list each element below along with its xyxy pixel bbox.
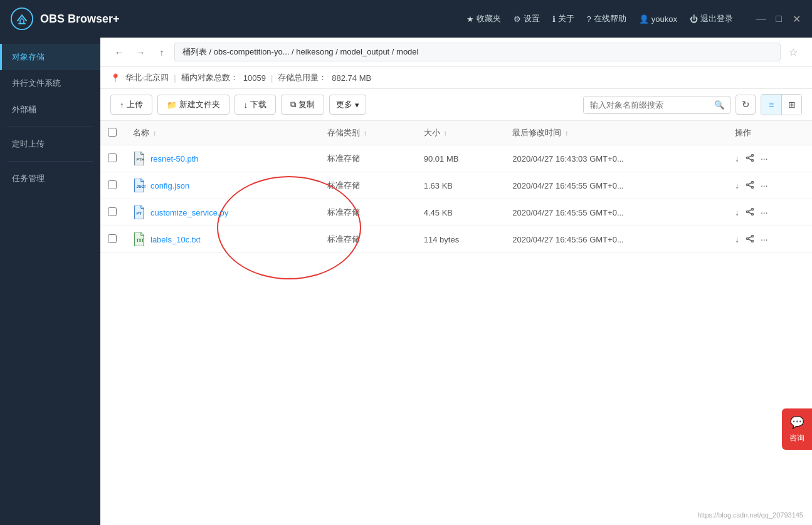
file-name-link-3[interactable]: TXT labels_10c.txt (133, 232, 312, 246)
svg-text:PY: PY (136, 211, 142, 216)
svg-point-14 (751, 208, 753, 210)
consult-icon: 💬 (786, 415, 808, 430)
forward-button[interactable]: → (132, 43, 149, 61)
upload-button[interactable]: ↑ 上传 (110, 95, 152, 115)
maximize-button[interactable]: □ (773, 13, 784, 24)
row-actions-2: ↓ ··· (727, 199, 812, 226)
svg-line-17 (748, 209, 751, 211)
share-op-icon-0[interactable] (746, 153, 754, 164)
storage-type-header[interactable]: 存储类别 ↕ (320, 121, 416, 145)
app-logo (10, 7, 34, 31)
storage-label: 存储总用量： (278, 72, 327, 83)
file-name-link-1[interactable]: JSON config.json (133, 179, 312, 192)
row-checkbox-cell (100, 226, 125, 253)
grid-view-button[interactable]: ⊞ (781, 95, 801, 115)
user-icon: 👤 (639, 14, 649, 24)
size-header[interactable]: 大小 ↕ (416, 121, 505, 145)
sidebar-item-task-management[interactable]: 任务管理 (0, 165, 100, 192)
search-bar: 🔍 (583, 96, 730, 114)
nav-favorites[interactable]: ★ 收藏夹 (467, 13, 501, 24)
info-icon: ℹ (552, 14, 556, 24)
modified-header[interactable]: 最后修改时间 ↕ (505, 121, 727, 145)
back-button[interactable]: ← (110, 43, 128, 61)
objects-label: 桶内对象总数： (181, 72, 238, 83)
row-modified-3: 2020/04/27 16:45:56 GMT+0... (505, 226, 727, 253)
svg-line-23 (748, 236, 751, 237)
row-name-2: PY customize_service.py (125, 199, 320, 226)
svg-point-3 (751, 159, 753, 161)
file-name-link-2[interactable]: PY customize_service.py (133, 205, 312, 219)
download-button[interactable]: ↓ 下载 (235, 95, 277, 115)
sidebar-item-external-bucket[interactable]: 外部桶 (0, 96, 100, 123)
row-checkbox-1[interactable] (108, 180, 117, 189)
modified-sort-icon: ↕ (565, 129, 569, 137)
name-sort-icon: ↕ (153, 129, 157, 137)
row-checkbox-0[interactable] (108, 153, 117, 162)
nav-about[interactable]: ℹ 关于 (552, 13, 574, 24)
select-all-checkbox[interactable] (108, 128, 117, 137)
sidebar-item-object-storage[interactable]: 对象存储 (0, 44, 100, 70)
more-op-icon-3[interactable]: ··· (761, 234, 768, 244)
copy-button[interactable]: ⧉ 复制 (281, 95, 324, 115)
svg-line-24 (748, 239, 751, 240)
row-checkbox-cell (100, 145, 125, 172)
file-icon-3: TXT (133, 232, 145, 246)
svg-line-11 (748, 182, 751, 184)
svg-point-8 (751, 181, 753, 183)
more-op-icon-1[interactable]: ··· (761, 180, 768, 190)
row-checkbox-2[interactable] (108, 207, 117, 216)
table-row: PTH resnet-50.pth 标准存储 90.01 MB 2020/04/… (100, 145, 812, 172)
nav-user[interactable]: 👤 youkox (639, 14, 677, 24)
download-op-icon-2[interactable]: ↓ (735, 207, 739, 217)
share-op-icon-3[interactable] (746, 234, 754, 245)
more-op-icon-2[interactable]: ··· (761, 207, 768, 217)
nav-settings[interactable]: ⚙ 设置 (514, 13, 540, 24)
file-icon-1: JSON (133, 179, 145, 192)
sidebar-item-parallel-fs[interactable]: 并行文件系统 (0, 70, 100, 96)
row-actions-3: ↓ ··· (727, 226, 812, 253)
up-button[interactable]: ↑ (153, 43, 171, 61)
files-list: 名称 ↕ 存储类别 ↕ 大小 ↕ 最后修改时间 ↕ 操作 (100, 121, 812, 253)
storage-sort-icon: ↕ (364, 129, 367, 137)
download-op-icon-1[interactable]: ↓ (735, 180, 739, 190)
share-op-icon-2[interactable] (746, 207, 754, 218)
download-op-icon-3[interactable]: ↓ (735, 234, 739, 244)
row-checkbox-3[interactable] (108, 234, 117, 243)
name-header[interactable]: 名称 ↕ (125, 121, 320, 145)
list-view-button[interactable]: ≡ (761, 95, 781, 115)
favorite-button[interactable]: ☆ (784, 43, 802, 61)
svg-point-9 (751, 186, 753, 188)
row-size-1: 1.63 KB (416, 172, 505, 199)
sidebar-label-parallel-fs: 并行文件系统 (12, 78, 61, 88)
row-actions-0: ↓ ··· (727, 145, 812, 172)
consult-button[interactable]: 💬 咨询 (782, 408, 812, 450)
upload-icon: ↑ (120, 100, 124, 110)
svg-line-18 (748, 212, 751, 213)
action-bar: ↑ 上传 📁 新建文件夹 ↓ 下载 ⧉ 复制 更多 ▾ 🔍 (100, 89, 812, 121)
close-button[interactable]: ✕ (791, 13, 802, 24)
location-icon: 📍 (110, 73, 120, 83)
breadcrumb[interactable]: 桶列表 / obs-competition-yo... / heikesong … (174, 43, 781, 61)
search-input[interactable] (584, 96, 709, 113)
more-op-icon-0[interactable]: ··· (761, 153, 768, 164)
row-storage-type-1: 标准存储 (320, 172, 416, 199)
file-name-link-0[interactable]: PTH resnet-50.pth (133, 152, 312, 165)
search-button[interactable]: 🔍 (709, 96, 730, 113)
share-op-icon-1[interactable] (746, 180, 754, 191)
file-icon-2: PY (133, 205, 145, 219)
region-label: 华北-北京四 (125, 72, 169, 83)
nav-logout[interactable]: ⏻ 退出登录 (690, 13, 733, 24)
titlebar: OBS Browser+ ★ 收藏夹 ⚙ 设置 ℹ 关于 ? 在线帮助 👤 yo… (0, 0, 812, 38)
svg-point-2 (751, 154, 753, 156)
svg-point-20 (751, 235, 753, 237)
download-op-icon-0[interactable]: ↓ (735, 153, 739, 164)
nav-help[interactable]: ? 在线帮助 (587, 13, 626, 24)
new-folder-button[interactable]: 📁 新建文件夹 (157, 95, 229, 115)
table-header: 名称 ↕ 存储类别 ↕ 大小 ↕ 最后修改时间 ↕ 操作 (100, 121, 812, 145)
more-button[interactable]: 更多 ▾ (329, 95, 366, 115)
sidebar-item-scheduled-upload[interactable]: 定时上传 (0, 131, 100, 157)
row-name-1: JSON config.json (125, 172, 320, 199)
minimize-button[interactable]: — (756, 13, 767, 24)
help-icon: ? (587, 14, 591, 24)
refresh-button[interactable]: ↻ (736, 95, 756, 115)
